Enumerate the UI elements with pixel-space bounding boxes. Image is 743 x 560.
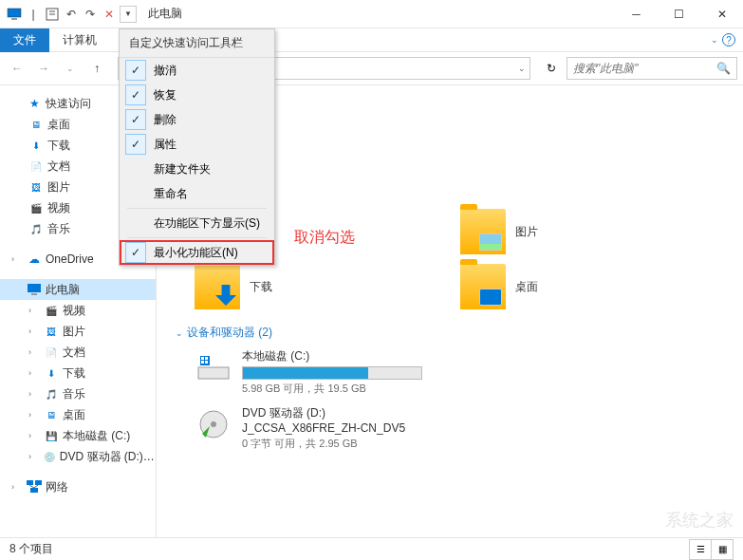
tree-item[interactable]: ›💿DVD 驱动器 (D:) J_... [0,446,156,467]
drive-icon [195,348,232,386]
maximize-button[interactable]: ☐ [658,1,700,28]
dropdown-item[interactable]: ✓撤消 [120,58,274,83]
tree-item[interactable]: ›💾本地磁盘 (C:) [0,425,156,446]
tree-network[interactable]: › 网络 [0,476,156,497]
dropdown-minimize-ribbon[interactable]: ✓ 最小化功能区(N) [120,240,274,265]
delete-icon[interactable]: ✕ [101,6,118,23]
check-icon: ✓ [125,242,146,263]
network-icon [27,479,42,495]
check-icon: ✓ [125,84,146,105]
properties-icon[interactable] [44,6,61,23]
svg-rect-10 [35,480,42,485]
tree-item[interactable]: ›🎵音乐 [0,383,156,404]
svg-rect-0 [8,9,21,17]
star-icon: ★ [27,96,42,111]
section-devices[interactable]: ⌄ 设备和驱动器 (2) [176,325,724,341]
ribbon-help[interactable]: ⌄ ? [711,33,735,47]
tree-item[interactable]: ›🖼图片 [0,321,156,342]
tree-item[interactable]: ›🖥桌面 [0,404,156,425]
music-icon: 🎵 [28,221,44,236]
tree-item[interactable]: ›🎬视频 [0,300,156,321]
recent-dropdown[interactable]: ⌄ [59,57,82,80]
nav-toolbar: ← → ⌄ ↑ ⌄ ↻ 🔍 [0,51,743,85]
expand-icon[interactable]: › [11,254,23,264]
forward-button[interactable]: → [32,57,55,80]
folder-item[interactable]: 图片 [460,209,669,254]
tab-computer[interactable]: 计算机 [49,28,110,52]
check-icon: ✓ [125,134,146,155]
separator-icon: | [25,6,42,23]
usage-bar [242,366,422,380]
folder-icon [460,209,506,254]
view-details-button[interactable]: ☰ [689,539,712,560]
dropdown-item[interactable]: ✓属性 [120,132,274,157]
svg-rect-1 [11,18,17,20]
svg-rect-11 [30,488,38,493]
tab-file[interactable]: 文件 [0,28,49,52]
drive-icon [195,405,232,443]
expand-icon[interactable]: › [11,482,23,492]
search-input[interactable] [573,62,716,75]
video-icon: 🎬 [44,303,59,318]
disk-icon: 💾 [44,428,59,443]
up-button[interactable]: ↑ [85,57,108,80]
cloud-icon: ☁ [27,252,42,267]
dvd-icon: 💿 [43,449,56,464]
dropdown-item[interactable]: ✓删除 [120,107,274,132]
dropdown-below-ribbon[interactable]: 在功能区下方显示(S) [120,211,274,235]
collapse-icon[interactable]: ⌄ [176,328,183,338]
titlebar: | ↶ ↷ ✕ ▼ 此电脑 ─ ☐ ✕ [0,0,743,28]
address-dropdown-icon[interactable]: ⌄ [518,64,526,73]
document-icon: 📄 [44,345,59,360]
search-box[interactable]: 🔍 [567,57,737,80]
dropdown-item[interactable]: ✓恢复 [120,83,274,107]
check-icon: ✓ [125,109,146,130]
desktop-icon: 🖥 [44,407,59,422]
tree-item[interactable]: ›📄文档 [0,342,156,363]
folder-icon [195,264,240,309]
quick-access-toolbar: | ↶ ↷ ✕ ▼ [0,6,137,23]
help-icon[interactable]: ? [722,33,735,47]
search-icon[interactable]: 🔍 [716,62,731,75]
back-button[interactable]: ← [6,57,28,80]
annotation-text: 取消勾选 [294,228,355,248]
picture-icon: 🖼 [28,179,44,195]
ribbon-tabs: 文件 计算机 ⌄ ? [0,28,743,51]
qat-dropdown-icon[interactable]: ▼ [120,6,137,23]
statusbar: 8 个项目 ☰ ▦ [0,537,743,560]
drive-item[interactable]: DVD 驱动器 (D:) J_CCSA_X86FRE_ZH-CN_DV50 字节… [195,405,441,451]
window-title: 此电脑 [148,6,182,22]
qat-customize-menu: 自定义快速访问工具栏 ✓撤消✓恢复✓删除✓属性新建文件夹重命名 在功能区下方显示… [119,28,275,266]
svg-rect-8 [31,293,37,295]
svg-rect-19 [205,361,208,364]
check-icon [125,183,146,204]
svg-rect-9 [27,480,33,485]
app-icon [6,6,23,23]
dropdown-item[interactable]: 重命名 [120,181,274,206]
refresh-button[interactable]: ↻ [540,57,563,80]
video-icon: 🎬 [28,200,44,215]
dropdown-item[interactable]: 新建文件夹 [120,157,274,181]
svg-line-13 [34,485,38,488]
folder-item[interactable]: 桌面 [460,264,669,309]
undo-icon[interactable]: ↶ [63,6,80,23]
minimize-button[interactable]: ─ [615,1,658,28]
tree-this-pc[interactable]: 此电脑 [0,279,156,300]
music-icon: 🎵 [44,386,59,401]
close-button[interactable]: ✕ [700,1,743,28]
svg-line-12 [29,485,34,488]
svg-rect-18 [201,361,204,364]
download-icon: ⬇ [44,365,59,381]
svg-rect-7 [28,284,41,292]
status-item-count: 8 个项目 [9,541,53,557]
view-icons-button[interactable]: ▦ [711,539,734,560]
drive-item[interactable]: 本地磁盘 (C:)5.98 GB 可用，共 19.5 GB [195,348,441,396]
tree-item[interactable]: ›⬇下载 [0,363,156,383]
watermark: 系统之家 [665,509,734,532]
folder-item[interactable]: 下载 [195,264,403,309]
dropdown-header: 自定义快速访问工具栏 [120,29,274,58]
document-icon: 📄 [28,159,44,174]
desktop-icon: 🖥 [28,117,44,132]
redo-icon[interactable]: ↷ [82,6,99,23]
svg-rect-14 [198,367,229,379]
